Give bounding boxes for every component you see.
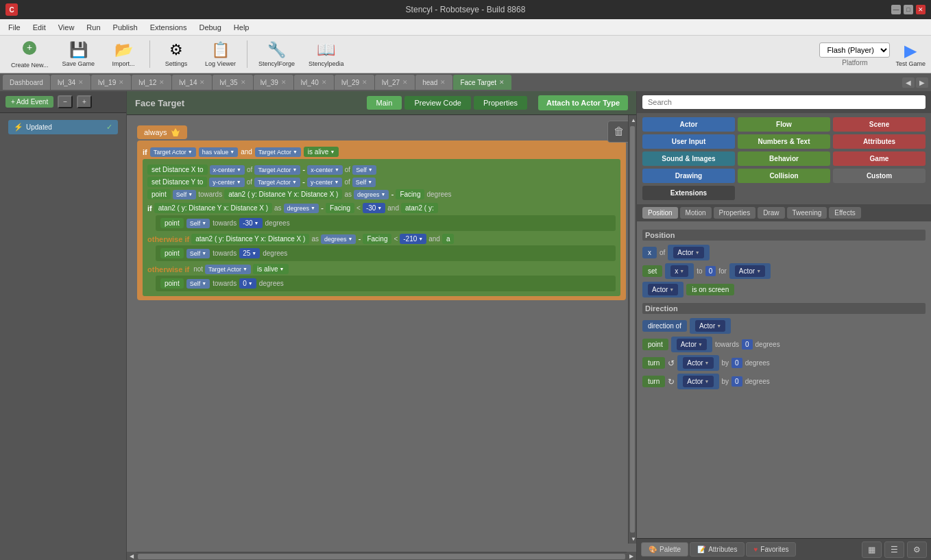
tab-lvl14[interactable]: lvl_14✕ [172, 75, 212, 90]
self-dd-2[interactable]: Self [352, 178, 376, 187]
tab-lvl12[interactable]: lvl_12✕ [132, 75, 171, 90]
target-actor-dd-2[interactable]: Target Actor [255, 147, 301, 157]
atan2-block-2[interactable]: atan2 ( y: Distance Y x: Distance X ) [154, 203, 272, 213]
horizontal-scrollbar[interactable]: ◀ ▶ [127, 552, 636, 560]
tab-dashboard[interactable]: Dashboard [3, 75, 50, 90]
motion-subtab[interactable]: Motion [680, 207, 712, 219]
menu-edit[interactable]: Edit [27, 22, 51, 33]
search-input[interactable] [642, 95, 926, 109]
tweening-subtab[interactable]: Tweening [787, 207, 827, 219]
actor-dropdown[interactable]: Actor [673, 247, 703, 258]
numbers-text-category-button[interactable]: Numbers & Text [738, 134, 830, 149]
point-block-3[interactable]: point [160, 248, 184, 258]
tab-lvl35[interactable]: lvl_35✕ [213, 75, 252, 90]
position-subtab[interactable]: Position [642, 207, 678, 219]
zero-badge[interactable]: 0 [239, 278, 256, 289]
user-input-category-button[interactable]: User Input [642, 134, 735, 149]
extensions-category-button[interactable]: Extensions [642, 186, 735, 200]
actor-dropdown-5[interactable]: Actor [677, 339, 707, 350]
neg210-badge[interactable]: -210 [400, 234, 426, 244]
neg30-badge[interactable]: -30 [363, 203, 385, 213]
x-dropdown[interactable]: x [670, 265, 688, 277]
tab-nav-right[interactable]: ▶ [916, 77, 928, 88]
close-tab-icon[interactable]: ✕ [119, 79, 124, 86]
close-tab-icon[interactable]: ✕ [362, 79, 367, 86]
platform-select[interactable]: Flash (Player) [819, 42, 890, 58]
settings-button[interactable]: ⚙ Settings [156, 38, 197, 70]
close-tab-icon[interactable]: ✕ [159, 79, 165, 86]
actor-block-5[interactable]: Actor [671, 337, 712, 352]
facing-block[interactable]: Facing [396, 189, 424, 199]
actor-category-button[interactable]: Actor [642, 117, 735, 132]
is-alive-dd[interactable]: is alive [304, 147, 339, 157]
main-tab-button[interactable]: Main [367, 96, 402, 110]
neg30-badge-2[interactable]: -30 [239, 218, 262, 228]
maximize-button[interactable]: □ [904, 5, 913, 14]
import-button[interactable]: 📂 Import... [103, 38, 144, 70]
has-value-dd[interactable]: has value [199, 147, 238, 157]
facing-block-3[interactable]: Facing [363, 234, 391, 244]
menu-file[interactable]: File [3, 22, 26, 33]
zero-badge-5[interactable]: 0 [732, 376, 742, 387]
tab-face-target[interactable]: Face Target✕ [453, 75, 511, 90]
palette-button[interactable]: 🎨 Palette [641, 542, 688, 557]
scene-category-button[interactable]: Scene [833, 117, 926, 132]
tab-lvl29[interactable]: lvl_29✕ [335, 75, 374, 90]
tab-lvl39[interactable]: lvl_39✕ [254, 75, 293, 90]
add-event-button[interactable]: + Add Event [5, 96, 53, 108]
actor-block-6[interactable]: Actor [677, 355, 718, 371]
degrees-dd-2[interactable]: degrees [284, 204, 319, 213]
scroll-thumb-h[interactable] [138, 554, 625, 559]
menu-debug[interactable]: Debug [193, 22, 226, 33]
close-active-tab-icon[interactable]: ✕ [499, 79, 505, 86]
set-distance-x-block[interactable]: set Distance X to [147, 165, 208, 175]
save-game-button[interactable]: 💾 Save Game [57, 38, 101, 70]
actor-dropdown-3[interactable]: Actor [648, 284, 678, 295]
degrees-dd-3[interactable]: degrees [321, 234, 356, 244]
close-tab-icon[interactable]: ✕ [200, 79, 205, 86]
menu-view[interactable]: View [53, 22, 80, 33]
facing-block-2[interactable]: Facing [326, 203, 354, 213]
tab-lvl34[interactable]: lvl_34✕ [51, 75, 90, 90]
actor-dropdown-7[interactable]: Actor [683, 376, 713, 387]
attributes-category-button[interactable]: Attributes [833, 134, 926, 149]
target-actor-dd-4[interactable]: Target Actor [254, 178, 300, 187]
self-dd-6[interactable]: Self [186, 279, 210, 289]
target-actor-dd-5[interactable]: Target Actor [205, 265, 251, 274]
point-block-4[interactable]: point [160, 278, 184, 289]
pos25-badge[interactable]: 25 [239, 248, 260, 258]
target-actor-dd-1[interactable]: Target Actor [150, 147, 196, 157]
close-button[interactable]: ✕ [916, 5, 926, 14]
set-block[interactable]: set [642, 265, 662, 277]
atan2-block-3[interactable]: atan2 ( y: [401, 203, 438, 213]
tab-head[interactable]: head✕ [415, 75, 452, 90]
point-block-1[interactable]: point [147, 189, 171, 199]
scroll-thumb-v[interactable] [630, 126, 635, 533]
ycenter-dd-2[interactable]: y-center [307, 178, 342, 187]
drawing-category-button[interactable]: Drawing [642, 169, 735, 183]
scroll-up-button[interactable]: ▲ [629, 115, 636, 125]
close-tab-icon[interactable]: ✕ [322, 79, 327, 86]
tab-lvl19[interactable]: lvl_19✕ [91, 75, 131, 90]
set-distance-y-block[interactable]: set Distance Y to [147, 177, 207, 187]
zero-badge-4[interactable]: 0 [732, 358, 742, 368]
atan2-block-4[interactable]: atan2 ( y: Distance Y x: Distance X ) [191, 234, 309, 244]
actor-block-1[interactable]: Actor [668, 245, 709, 260]
close-tab-icon[interactable]: ✕ [440, 79, 446, 86]
behavior-category-button[interactable]: Behavior [738, 151, 830, 166]
actor-block-2[interactable]: Actor [729, 263, 771, 279]
always-block[interactable]: always [137, 125, 187, 139]
x-block-2[interactable]: x [665, 263, 694, 279]
point-block-r[interactable]: point [642, 339, 668, 350]
stencylpedia-button[interactable]: 📖 Stencylpedia [303, 38, 350, 70]
game-category-button[interactable]: Game [833, 151, 926, 166]
atan2-block-1[interactable]: atan2 ( y: Distance Y x: Distance X ) [224, 189, 342, 199]
effects-subtab[interactable]: Effects [829, 207, 860, 219]
menu-run[interactable]: Run [81, 22, 106, 33]
event-updated[interactable]: ⚡ Updated ✓ [8, 120, 118, 134]
turn-block-2[interactable]: turn [642, 376, 665, 387]
tab-lvl40[interactable]: lvl_40✕ [294, 75, 334, 90]
xcenter-dd-2[interactable]: x-center [307, 165, 342, 175]
favorites-button[interactable]: ♥ Favorites [746, 542, 796, 557]
tab-lvl27[interactable]: lvl_27✕ [375, 75, 415, 90]
